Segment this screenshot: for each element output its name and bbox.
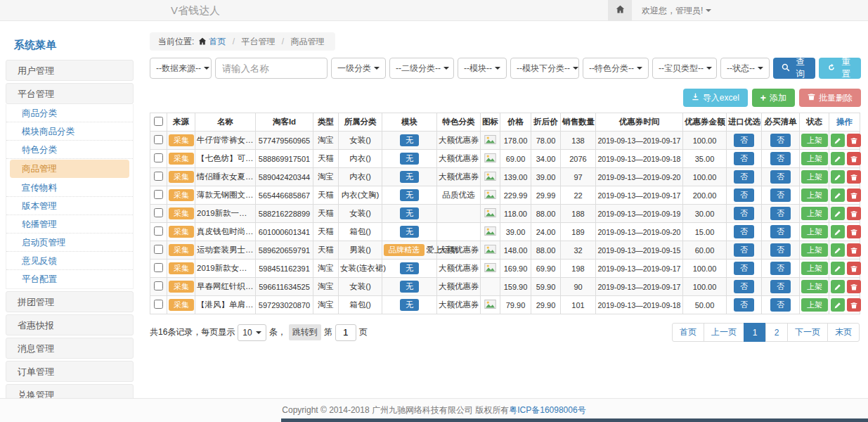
sidebar-item-2[interactable]: 拼团管理: [6, 291, 134, 312]
sidebar-subitem-4[interactable]: 宣传物料: [6, 179, 133, 197]
sidebar-item-1[interactable]: 平台管理: [6, 83, 134, 104]
page-size-select[interactable]: 10: [238, 324, 266, 341]
sidebar-item-3[interactable]: 省惠快报: [6, 314, 134, 335]
edit-button[interactable]: [831, 280, 845, 293]
filter-select-3[interactable]: --二级分类--: [389, 58, 454, 79]
edit-button[interactable]: [831, 262, 845, 275]
edit-button[interactable]: [831, 134, 845, 147]
row-checkbox[interactable]: [154, 172, 163, 181]
delete-button[interactable]: [847, 280, 861, 293]
filter-select-8[interactable]: --状态--: [720, 58, 770, 79]
must-buy-toggle[interactable]: 否: [770, 243, 791, 257]
filter-select-0[interactable]: --数据来源--: [150, 58, 212, 79]
select-all-checkbox[interactable]: [154, 117, 163, 126]
status-badge[interactable]: 上架: [801, 134, 828, 147]
reset-button[interactable]: 重置: [819, 58, 861, 79]
jump-button[interactable]: 跳转到: [289, 324, 321, 340]
search-input[interactable]: [215, 58, 328, 79]
status-badge[interactable]: 上架: [801, 207, 828, 220]
must-buy-toggle[interactable]: 否: [770, 262, 791, 275]
delete-button[interactable]: [847, 152, 861, 165]
sidebar-item-0[interactable]: 用户管理: [6, 60, 134, 81]
batch-delete-button[interactable]: 批量删除: [799, 89, 861, 107]
delete-button[interactable]: [847, 298, 861, 312]
filter-select-7[interactable]: --宝贝类型--: [652, 58, 717, 79]
row-checkbox[interactable]: [154, 153, 163, 162]
sidebar-item-5[interactable]: 订单管理: [6, 361, 134, 382]
status-badge[interactable]: 上架: [801, 225, 828, 238]
breadcrumb-home-link[interactable]: 首页: [209, 37, 226, 46]
edit-button[interactable]: [831, 225, 845, 238]
sidebar-subitem-5[interactable]: 版本管理: [6, 197, 133, 215]
row-checkbox[interactable]: [154, 300, 163, 309]
edit-button[interactable]: [831, 298, 845, 312]
import-select-toggle[interactable]: 否: [734, 207, 754, 220]
edit-button[interactable]: [831, 152, 845, 165]
import-select-toggle[interactable]: 否: [734, 243, 754, 257]
add-button[interactable]: + 添加: [752, 89, 795, 107]
import-select-toggle[interactable]: 否: [734, 188, 754, 202]
must-buy-toggle[interactable]: 否: [770, 188, 791, 202]
page-button-2[interactable]: 2: [765, 323, 788, 342]
home-button[interactable]: [608, 0, 632, 21]
sidebar-subitem-0[interactable]: 商品分类: [6, 104, 133, 122]
sidebar-subitem-7[interactable]: 启动页管理: [6, 234, 133, 252]
must-buy-toggle[interactable]: 否: [770, 298, 791, 312]
row-checkbox[interactable]: [154, 190, 163, 199]
filter-select-2[interactable]: 一级分类: [331, 58, 386, 79]
filter-select-6[interactable]: --特色分类--: [583, 58, 649, 79]
sidebar-subitem-1[interactable]: 模块商品分类: [6, 122, 133, 141]
delete-button[interactable]: [847, 243, 861, 257]
status-badge[interactable]: 上架: [801, 170, 828, 184]
must-buy-toggle[interactable]: 否: [770, 152, 791, 165]
status-badge[interactable]: 上架: [801, 188, 828, 202]
edit-button[interactable]: [831, 170, 845, 184]
page-button-1[interactable]: 1: [744, 323, 766, 342]
edit-button[interactable]: [831, 243, 845, 257]
row-checkbox[interactable]: [154, 263, 163, 272]
sidebar-subitem-2[interactable]: 特色分类: [6, 141, 133, 159]
delete-button[interactable]: [847, 262, 861, 275]
search-button[interactable]: 查询: [773, 58, 815, 79]
import-select-toggle[interactable]: 否: [734, 262, 754, 275]
sidebar-subitem-9[interactable]: 平台配置: [6, 270, 133, 288]
delete-button[interactable]: [847, 225, 861, 238]
import-select-toggle[interactable]: 否: [734, 170, 754, 184]
status-badge[interactable]: 上架: [801, 243, 828, 257]
page-button-末页[interactable]: 末页: [827, 323, 860, 342]
import-select-toggle[interactable]: 否: [734, 134, 754, 147]
delete-button[interactable]: [847, 134, 861, 147]
row-checkbox[interactable]: [154, 135, 163, 144]
filter-select-5[interactable]: --模块下分类--: [510, 58, 579, 79]
import-select-toggle[interactable]: 否: [734, 280, 754, 293]
must-buy-toggle[interactable]: 否: [770, 225, 791, 238]
delete-button[interactable]: [847, 170, 861, 184]
status-badge[interactable]: 上架: [801, 262, 828, 275]
sidebar-subitem-3[interactable]: 商品管理: [10, 160, 129, 178]
import-excel-button[interactable]: 导入excel: [683, 89, 748, 107]
page-number-input[interactable]: [335, 324, 356, 341]
must-buy-toggle[interactable]: 否: [770, 170, 791, 184]
row-checkbox[interactable]: [154, 226, 163, 236]
status-badge[interactable]: 上架: [801, 152, 828, 165]
icp-link[interactable]: 粤ICP备16098006号: [509, 405, 585, 415]
must-buy-toggle[interactable]: 否: [770, 207, 791, 220]
must-buy-toggle[interactable]: 否: [770, 280, 791, 293]
import-select-toggle[interactable]: 否: [734, 152, 754, 165]
delete-button[interactable]: [847, 188, 861, 202]
row-checkbox[interactable]: [154, 281, 163, 290]
filter-select-4[interactable]: --模块--: [458, 58, 507, 79]
page-button-上一页[interactable]: 上一页: [704, 323, 744, 342]
status-badge[interactable]: 上架: [801, 280, 828, 293]
delete-button[interactable]: [847, 207, 861, 220]
status-badge[interactable]: 上架: [801, 298, 828, 312]
import-select-toggle[interactable]: 否: [734, 298, 754, 312]
edit-button[interactable]: [831, 188, 845, 202]
sidebar-subitem-6[interactable]: 轮播管理: [6, 215, 133, 234]
must-buy-toggle[interactable]: 否: [770, 134, 791, 147]
user-menu[interactable]: 欢迎您，管理员!: [642, 5, 711, 17]
row-checkbox[interactable]: [154, 245, 163, 254]
sidebar-item-4[interactable]: 消息管理: [6, 338, 134, 359]
row-checkbox[interactable]: [154, 208, 163, 217]
edit-button[interactable]: [831, 207, 845, 220]
